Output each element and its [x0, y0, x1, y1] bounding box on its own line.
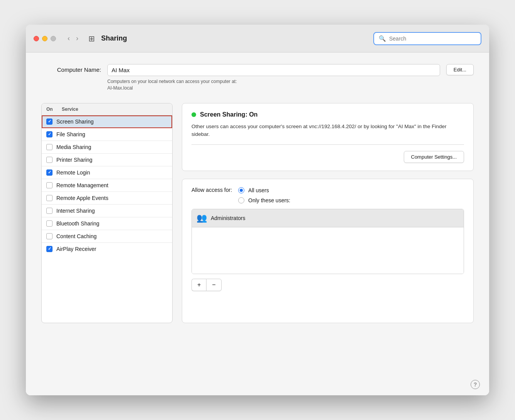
printer-sharing-label: Printer Sharing: [56, 157, 92, 163]
add-user-button[interactable]: +: [191, 279, 206, 291]
users-empty-area: [192, 227, 464, 274]
traffic-lights: [34, 36, 56, 41]
computer-settings-button[interactable]: Computer Settings...: [404, 151, 464, 163]
back-button[interactable]: ‹: [65, 33, 72, 44]
airplay-receiver-label: AirPlay Receiver: [56, 246, 96, 252]
all-users-label: All users: [248, 187, 269, 193]
computer-name-input[interactable]: [107, 64, 440, 76]
internet-sharing-checkbox[interactable]: [46, 208, 53, 214]
service-status-section: Screen Sharing: On Other users can acces…: [182, 103, 474, 171]
administrators-label: Administrators: [211, 215, 245, 221]
file-sharing-checkbox[interactable]: [46, 131, 53, 137]
list-item[interactable]: Remote Apple Events: [42, 192, 172, 205]
screen-sharing-checkbox[interactable]: [46, 119, 53, 125]
divider: [191, 144, 464, 145]
users-actions: + −: [191, 279, 464, 291]
remote-apple-events-checkbox[interactable]: [46, 195, 53, 201]
search-box: 🔍: [373, 32, 481, 45]
computer-name-right: Computers on your local network can acce…: [107, 64, 440, 91]
list-item[interactable]: Remote Login: [42, 166, 172, 179]
services-header-on: On: [46, 107, 62, 112]
list-item[interactable]: Printer Sharing: [42, 154, 172, 166]
computer-name-hint: Computers on your local network can acce…: [107, 78, 440, 91]
access-section: Allow access for: All users Only these u…: [182, 179, 474, 323]
list-item[interactable]: Remote Management: [42, 179, 172, 192]
services-list: On Service Screen Sharing File Sharing: [41, 103, 173, 323]
remote-login-label: Remote Login: [56, 169, 90, 176]
footer: ?: [26, 374, 489, 395]
content-caching-label: Content Caching: [56, 233, 97, 239]
nav-arrows: ‹ ›: [65, 33, 81, 44]
maximize-button[interactable]: [51, 36, 56, 41]
all-users-radio[interactable]: [238, 187, 244, 193]
services-header-service: Service: [62, 107, 78, 112]
content-caching-checkbox[interactable]: [46, 233, 53, 239]
list-item[interactable]: Screen Sharing: [42, 115, 172, 128]
only-these-users-label: Only these users:: [248, 197, 290, 203]
remote-management-checkbox[interactable]: [46, 182, 53, 188]
list-item[interactable]: Bluetooth Sharing: [42, 217, 172, 230]
only-these-users-option[interactable]: Only these users:: [238, 197, 290, 203]
computer-name-label: Computer Name:: [41, 64, 101, 73]
internet-sharing-label: Internet Sharing: [56, 208, 95, 214]
file-sharing-label: File Sharing: [56, 131, 85, 137]
table-row[interactable]: 👥 Administrators: [192, 209, 464, 227]
remote-management-label: Remote Management: [56, 182, 108, 188]
service-status-title: Screen Sharing: On: [191, 111, 464, 118]
list-item[interactable]: Content Caching: [42, 230, 172, 243]
list-item[interactable]: File Sharing: [42, 128, 172, 141]
window-title: Sharing: [101, 34, 367, 42]
access-row: Allow access for: All users Only these u…: [191, 187, 464, 209]
list-item[interactable]: Media Sharing: [42, 141, 172, 154]
search-icon: 🔍: [379, 35, 386, 42]
forward-button[interactable]: ›: [74, 33, 81, 44]
only-these-users-radio[interactable]: [238, 197, 244, 203]
list-item[interactable]: Internet Sharing: [42, 205, 172, 217]
access-for-label: Allow access for:: [191, 187, 232, 193]
status-description: Other users can access your computer's s…: [191, 123, 464, 139]
administrators-icon: 👥: [197, 213, 207, 223]
airplay-receiver-checkbox[interactable]: [46, 246, 53, 252]
printer-sharing-checkbox[interactable]: [46, 157, 53, 163]
services-panel: On Service Screen Sharing File Sharing: [41, 103, 474, 323]
search-input[interactable]: [389, 36, 476, 42]
screen-sharing-label: Screen Sharing: [56, 119, 94, 125]
status-dot: [191, 112, 196, 117]
bluetooth-sharing-checkbox[interactable]: [46, 220, 53, 227]
titlebar: ‹ › ⊞ Sharing 🔍: [26, 25, 489, 52]
services-items: Screen Sharing File Sharing Media Sharin…: [42, 115, 172, 323]
remote-login-checkbox[interactable]: [46, 169, 53, 176]
service-detail: Screen Sharing: On Other users can acces…: [182, 103, 474, 323]
main-window: ‹ › ⊞ Sharing 🔍 Computer Name: Computers…: [26, 25, 489, 395]
users-list: 👥 Administrators: [191, 209, 464, 274]
grid-icon[interactable]: ⊞: [88, 34, 95, 43]
help-button[interactable]: ?: [471, 380, 480, 389]
services-header: On Service: [42, 103, 172, 115]
main-content: Computer Name: Computers on your local n…: [26, 52, 489, 374]
remove-user-button[interactable]: −: [206, 279, 221, 291]
radio-group: All users Only these users:: [238, 187, 290, 203]
list-item[interactable]: AirPlay Receiver: [42, 243, 172, 255]
media-sharing-checkbox[interactable]: [46, 144, 53, 150]
minimize-button[interactable]: [42, 36, 47, 41]
all-users-option[interactable]: All users: [238, 187, 290, 193]
status-title-text: Screen Sharing: On: [200, 111, 258, 118]
computer-name-input-row: [107, 64, 440, 76]
remote-apple-events-label: Remote Apple Events: [56, 195, 108, 201]
edit-button[interactable]: Edit...: [446, 64, 474, 75]
computer-name-section: Computer Name: Computers on your local n…: [41, 64, 474, 91]
bluetooth-sharing-label: Bluetooth Sharing: [56, 220, 99, 227]
close-button[interactable]: [34, 36, 39, 41]
media-sharing-label: Media Sharing: [56, 144, 91, 150]
